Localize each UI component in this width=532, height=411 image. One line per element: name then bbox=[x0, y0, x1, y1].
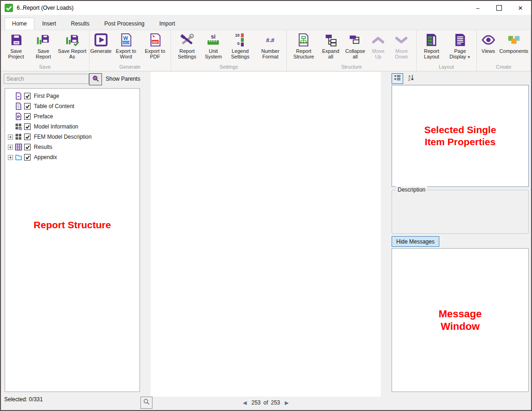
checkbox-checked[interactable] bbox=[24, 103, 31, 109]
save-icon bbox=[9, 32, 24, 47]
pdf-icon: PDF bbox=[148, 32, 163, 47]
report-structure-annotation: Report Structure bbox=[5, 219, 140, 231]
svg-text:P: P bbox=[17, 115, 20, 119]
close-button[interactable]: ✕ bbox=[510, 1, 531, 15]
export-word-button[interactable]: WDOCX Export to Word bbox=[111, 31, 141, 60]
eye-icon bbox=[481, 32, 496, 47]
svg-text:Z: Z bbox=[408, 78, 411, 81]
categorized-view-button[interactable] bbox=[392, 73, 403, 84]
save-report-as-icon bbox=[65, 32, 80, 47]
group-label-structure: Structure bbox=[288, 64, 414, 71]
total-pages: 253 bbox=[271, 399, 280, 406]
report-layout-icon bbox=[424, 32, 439, 47]
maximize-button[interactable] bbox=[488, 1, 510, 15]
save-report-button[interactable]: Save Report bbox=[30, 31, 57, 60]
legend-settings-button[interactable]: 100 Legend Settings bbox=[225, 31, 255, 60]
page-p-icon: P bbox=[15, 113, 22, 120]
ribbon-group-settings: Report Settings si Unit System 100 Legen… bbox=[171, 30, 287, 71]
number-format-button[interactable]: #.# Number Format bbox=[255, 31, 285, 60]
report-structure-button[interactable]: Report Structure bbox=[288, 31, 319, 60]
ribbon-group-structure: Report Structure Expand all Collapse all… bbox=[287, 30, 416, 71]
next-page-arrow-icon[interactable]: ▶ bbox=[283, 400, 291, 405]
tree-item-fem-model-description[interactable]: FEM Model Description bbox=[5, 132, 139, 142]
group-label-layout: Layout bbox=[418, 64, 475, 71]
tab-import[interactable]: Import bbox=[152, 18, 182, 30]
window-title: 6..Report (Over Loads) bbox=[17, 5, 74, 11]
tree-item-appendix[interactable]: Appendix bbox=[5, 152, 139, 162]
search-button[interactable] bbox=[89, 73, 102, 85]
hide-messages-button[interactable]: Hide Messages bbox=[392, 236, 439, 247]
dropdown-caret-icon: ▼ bbox=[467, 55, 471, 59]
document-preview-area[interactable] bbox=[151, 72, 381, 397]
description-label: Description bbox=[396, 186, 427, 193]
group-label-create: Create bbox=[478, 64, 529, 71]
message-window[interactable]: Message Window bbox=[392, 248, 529, 392]
checkbox-checked[interactable] bbox=[24, 93, 31, 99]
search-input[interactable] bbox=[4, 74, 89, 84]
main-content: Show Parents First Page Table of Content… bbox=[1, 71, 531, 410]
svg-text:A: A bbox=[408, 75, 411, 78]
move-up-button: Move Up bbox=[368, 31, 388, 60]
close-icon: ✕ bbox=[518, 5, 523, 12]
report-settings-button[interactable]: Report Settings bbox=[172, 31, 202, 60]
checkbox-checked[interactable] bbox=[24, 113, 31, 120]
expand-plus-icon[interactable] bbox=[8, 155, 13, 160]
tab-post-processing[interactable]: Post Processing bbox=[97, 18, 152, 30]
svg-text:PDF: PDF bbox=[152, 40, 158, 44]
tree-item-table-of-content[interactable]: Table of Content bbox=[5, 101, 139, 111]
tools-icon bbox=[180, 32, 195, 47]
page-display-button[interactable]: Page Display▼ bbox=[445, 31, 475, 60]
minimize-icon: – bbox=[476, 5, 479, 12]
chevron-down-icon bbox=[394, 32, 409, 47]
tab-home[interactable]: Home bbox=[5, 18, 34, 30]
expand-plus-icon[interactable] bbox=[8, 135, 13, 140]
play-icon bbox=[94, 32, 108, 47]
expand-all-icon bbox=[323, 32, 338, 47]
folder-icon bbox=[15, 154, 22, 161]
properties-grid[interactable]: Selected Single Item Properties bbox=[392, 85, 529, 187]
expand-all-button[interactable]: Expand all bbox=[319, 31, 342, 60]
expand-plus-icon[interactable] bbox=[8, 145, 13, 150]
group-label-settings: Settings bbox=[172, 64, 285, 71]
page-of-label: of bbox=[263, 399, 268, 406]
save-project-button[interactable]: Save Project bbox=[2, 31, 30, 60]
selected-status: Selected: 0/331 bbox=[4, 396, 43, 403]
save-report-as-button[interactable]: Save Report As bbox=[57, 31, 88, 60]
group-label-save: Save bbox=[2, 64, 88, 71]
collapse-all-icon bbox=[348, 32, 362, 47]
save-report-icon bbox=[36, 32, 51, 47]
page-lines-icon bbox=[15, 103, 22, 110]
categorized-icon bbox=[394, 74, 401, 83]
components-button[interactable]: Components bbox=[499, 31, 529, 54]
page-navigation: ◀253of253▶ bbox=[151, 399, 381, 406]
alphabetical-sort-button[interactable]: AZ bbox=[405, 73, 417, 84]
checkbox-checked[interactable] bbox=[24, 123, 31, 130]
current-page: 253 bbox=[251, 399, 260, 406]
components-cubes-icon bbox=[507, 32, 521, 47]
unit-system-button[interactable]: si Unit System bbox=[202, 31, 225, 60]
checkbox-checked[interactable] bbox=[24, 154, 31, 161]
generate-button[interactable]: Generate bbox=[91, 31, 111, 54]
properties-annotation: Selected Single Item Properties bbox=[424, 124, 496, 148]
tab-insert[interactable]: Insert bbox=[35, 18, 63, 30]
ruler-icon: si bbox=[206, 32, 221, 47]
tree-item-first-page[interactable]: First Page bbox=[5, 91, 139, 101]
tree-item-preface[interactable]: P Preface bbox=[5, 111, 139, 122]
minimize-button[interactable]: – bbox=[467, 1, 488, 15]
checkbox-checked[interactable] bbox=[24, 134, 31, 140]
ribbon-tab-row: Home Insert Results Post Processing Impo… bbox=[1, 15, 531, 30]
svg-text:0: 0 bbox=[237, 41, 240, 46]
prev-page-arrow-icon[interactable]: ◀ bbox=[241, 400, 248, 405]
message-annotation: Message Window bbox=[439, 308, 482, 333]
tab-results[interactable]: Results bbox=[64, 18, 96, 30]
ribbon-group-layout: Report Layout Page Display▼ Layout bbox=[417, 30, 477, 71]
grid-icon bbox=[15, 133, 22, 141]
tree-item-model-information[interactable]: Model Information bbox=[5, 122, 139, 132]
collapse-all-button[interactable]: Collapse all bbox=[342, 31, 368, 60]
ribbon-group-save: Save Project Save Report Save Report As … bbox=[1, 30, 89, 71]
views-button[interactable]: Views bbox=[478, 31, 499, 54]
report-layout-button[interactable]: Report Layout bbox=[418, 31, 445, 60]
export-pdf-button[interactable]: PDF Export to PDF bbox=[141, 31, 169, 60]
tree-item-results[interactable]: Results bbox=[5, 142, 139, 152]
checkbox-checked[interactable] bbox=[24, 144, 31, 150]
